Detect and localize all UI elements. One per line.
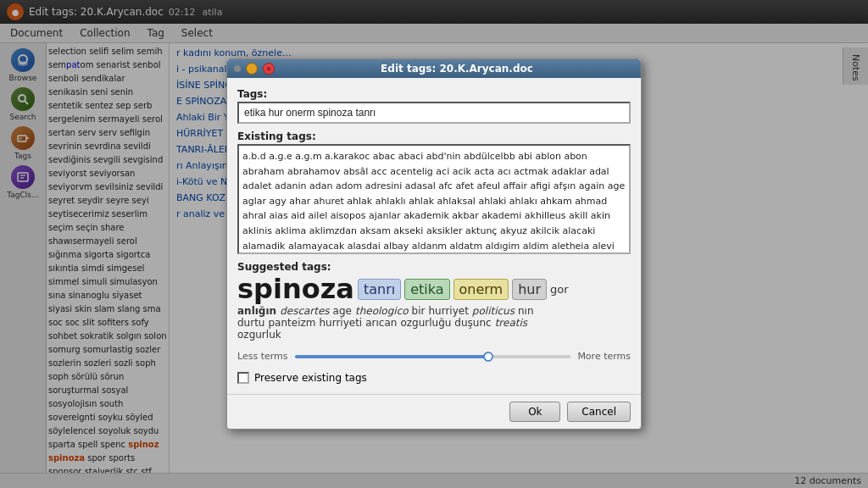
existing-tags-text: a.b.d a.g.e a.g.m a.karakoc abac abaci a… — [242, 151, 626, 254]
tag-tanri[interactable]: tanrı — [358, 279, 401, 300]
slider-fill — [295, 355, 488, 358]
tag-hurriyet[interactable]: hurriyet — [428, 305, 468, 317]
dialog-body: Tags: Existing tags: a.b.d a.g.e a.g.m a… — [227, 78, 641, 394]
dialog-minimize-button[interactable] — [246, 63, 258, 75]
edit-tags-dialog: ✕ Edit tags: 20.K.Arycan.doc Tags: Exist… — [226, 58, 642, 430]
tag-onerm[interactable]: onerm — [453, 279, 509, 300]
existing-tags-label: Existing tags: — [237, 130, 631, 142]
tag-panteizm[interactable]: panteizm — [268, 317, 315, 329]
existing-tags-container: Existing tags: a.b.d a.g.e a.g.m a.karak… — [237, 130, 631, 254]
preserve-checkbox-label: Preserve existing tags — [254, 372, 367, 384]
tag-dusunc[interactable]: duşunc — [454, 317, 491, 329]
suggested-tags-container: Suggested tags: spinoza tanrı etika oner… — [237, 261, 631, 341]
tags-label: Tags: — [237, 88, 631, 100]
dialog-title-bar: ✕ Edit tags: 20.K.Arycan.doc — [227, 59, 641, 78]
dialog-close-button[interactable]: ✕ — [263, 63, 275, 75]
tag-arican[interactable]: arıcan — [365, 317, 397, 329]
slider-less-label: Less terms — [237, 351, 288, 362]
dialog-buttons: Ok Cancel — [227, 394, 641, 429]
tag-descartes[interactable]: descartes — [280, 305, 329, 317]
tag-etika[interactable]: etika — [404, 279, 449, 300]
tag-spinoza[interactable]: spinoza — [237, 273, 354, 305]
existing-tags-box[interactable]: a.b.d a.g.e a.g.m a.karakoc abac abaci a… — [237, 144, 631, 254]
tag-hur[interactable]: hur — [512, 279, 547, 300]
dialog-title-text: Edit tags: 20.K.Arycan.doc — [280, 63, 634, 75]
slider-more-label: More terms — [577, 351, 631, 362]
slider-thumb[interactable] — [483, 352, 493, 362]
tag-gor[interactable]: gor — [550, 283, 569, 296]
preserve-checkbox-row: Preserve existing tags — [237, 372, 631, 384]
tag-nin[interactable]: nın — [518, 305, 534, 317]
tag-hurriyeti[interactable]: hurriyeti — [319, 317, 362, 329]
suggested-more-tags-line1: anlığın descartes age theologico bir hur… — [237, 305, 631, 317]
tag-anligin[interactable]: anlığın — [237, 305, 276, 317]
modal-overlay: ✕ Edit tags: 20.K.Arycan.doc Tags: Exist… — [0, 0, 868, 488]
suggested-tags-label: Suggested tags: — [237, 261, 631, 273]
suggested-more-tags-line2: durtu panteizm hurriyeti arıcan ozgurluğ… — [237, 317, 631, 329]
slider-row: Less terms More terms — [237, 347, 631, 365]
dialog-dot — [234, 65, 241, 72]
tags-input[interactable] — [237, 102, 631, 124]
tag-ozgurlugu[interactable]: ozgurluğu — [400, 317, 451, 329]
tag-politicus[interactable]: politicus — [472, 305, 515, 317]
tag-age[interactable]: age — [333, 305, 352, 317]
cancel-button[interactable]: Cancel — [567, 402, 631, 422]
slider-track[interactable] — [295, 355, 571, 358]
suggested-big-tags: spinoza tanrı etika onerm hur gor — [237, 273, 631, 305]
tag-durtu[interactable]: durtu — [237, 317, 264, 329]
tag-theologico[interactable]: theologico — [355, 305, 409, 317]
ok-button[interactable]: Ok — [509, 402, 560, 422]
tag-treatis[interactable]: treatis — [495, 317, 527, 329]
tag-ozgurluk[interactable]: ozgurluk — [237, 329, 281, 341]
tag-bir[interactable]: bir — [412, 305, 426, 317]
suggested-more-tags-line3: ozgurluk — [237, 329, 631, 341]
preserve-checkbox[interactable] — [237, 372, 249, 384]
tags-field-container: Tags: — [237, 88, 631, 124]
